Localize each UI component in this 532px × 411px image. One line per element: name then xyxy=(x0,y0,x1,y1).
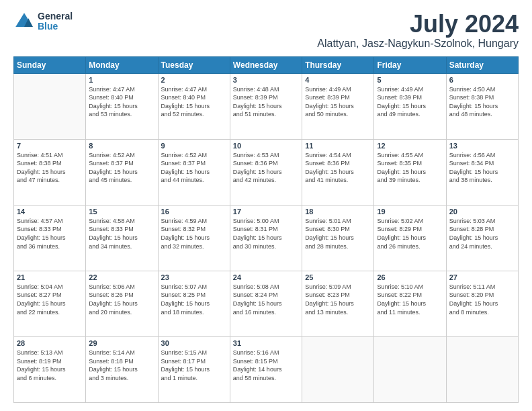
calendar-cell: 13Sunrise: 4:56 AM Sunset: 8:34 PM Dayli… xyxy=(446,139,518,205)
calendar-cell: 17Sunrise: 5:00 AM Sunset: 8:31 PM Dayli… xyxy=(230,205,302,271)
day-info: Sunrise: 5:03 AM Sunset: 8:28 PM Dayligh… xyxy=(449,217,515,250)
calendar-cell: 11Sunrise: 4:54 AM Sunset: 8:36 PM Dayli… xyxy=(302,139,374,205)
calendar-cell: 3Sunrise: 4:48 AM Sunset: 8:39 PM Daylig… xyxy=(230,73,302,139)
day-number: 25 xyxy=(305,273,371,281)
day-number: 8 xyxy=(89,142,154,150)
day-number: 11 xyxy=(305,142,371,150)
day-info: Sunrise: 4:48 AM Sunset: 8:39 PM Dayligh… xyxy=(233,85,299,119)
day-info: Sunrise: 4:47 AM Sunset: 8:40 PM Dayligh… xyxy=(89,85,154,119)
day-info: Sunrise: 5:00 AM Sunset: 8:31 PM Dayligh… xyxy=(233,217,299,250)
calendar-day-header: Friday xyxy=(374,56,446,73)
day-number: 14 xyxy=(17,208,83,216)
day-number: 3 xyxy=(233,76,299,84)
day-number: 4 xyxy=(305,76,371,84)
calendar-cell: 2Sunrise: 4:47 AM Sunset: 8:40 PM Daylig… xyxy=(158,73,230,139)
calendar-cell: 21Sunrise: 5:04 AM Sunset: 8:27 PM Dayli… xyxy=(14,271,86,336)
calendar-cell: 23Sunrise: 5:07 AM Sunset: 8:25 PM Dayli… xyxy=(158,271,230,336)
calendar-week-row: 14Sunrise: 4:57 AM Sunset: 8:33 PM Dayli… xyxy=(14,205,519,271)
day-info: Sunrise: 4:59 AM Sunset: 8:32 PM Dayligh… xyxy=(161,217,227,250)
calendar-week-row: 21Sunrise: 5:04 AM Sunset: 8:27 PM Dayli… xyxy=(14,271,519,336)
calendar-cell: 9Sunrise: 4:52 AM Sunset: 8:37 PM Daylig… xyxy=(158,139,230,205)
day-info: Sunrise: 5:15 AM Sunset: 8:17 PM Dayligh… xyxy=(161,349,227,382)
logo-line2: Blue xyxy=(38,21,73,32)
calendar-cell: 24Sunrise: 5:08 AM Sunset: 8:24 PM Dayli… xyxy=(230,271,302,336)
day-info: Sunrise: 5:10 AM Sunset: 8:22 PM Dayligh… xyxy=(377,283,443,316)
calendar-day-header: Tuesday xyxy=(158,56,230,73)
calendar-cell: 19Sunrise: 5:02 AM Sunset: 8:29 PM Dayli… xyxy=(374,205,446,271)
day-info: Sunrise: 5:07 AM Sunset: 8:25 PM Dayligh… xyxy=(161,283,227,316)
day-info: Sunrise: 4:54 AM Sunset: 8:36 PM Dayligh… xyxy=(305,151,371,185)
day-info: Sunrise: 4:49 AM Sunset: 8:39 PM Dayligh… xyxy=(305,85,371,119)
calendar-cell: 12Sunrise: 4:55 AM Sunset: 8:35 PM Dayli… xyxy=(374,139,446,205)
day-info: Sunrise: 5:08 AM Sunset: 8:24 PM Dayligh… xyxy=(233,283,299,316)
day-number: 18 xyxy=(305,208,371,216)
subtitle: Alattyan, Jasz-Nagykun-Szolnok, Hungary xyxy=(317,38,519,50)
calendar-cell: 15Sunrise: 4:58 AM Sunset: 8:33 PM Dayli… xyxy=(86,205,158,271)
day-number: 17 xyxy=(233,208,299,216)
calendar-cell: 10Sunrise: 4:53 AM Sunset: 8:36 PM Dayli… xyxy=(230,139,302,205)
day-number: 6 xyxy=(449,76,515,84)
main-title: July 2024 xyxy=(317,11,519,38)
calendar-cell: 30Sunrise: 5:15 AM Sunset: 8:17 PM Dayli… xyxy=(158,336,230,402)
day-number: 24 xyxy=(233,273,299,281)
calendar-cell: 31Sunrise: 5:16 AM Sunset: 8:15 PM Dayli… xyxy=(230,336,302,402)
header: General Blue July 2024 Alattyan, Jasz-Na… xyxy=(13,11,519,50)
day-number: 10 xyxy=(233,142,299,150)
day-info: Sunrise: 4:55 AM Sunset: 8:35 PM Dayligh… xyxy=(377,151,443,185)
day-number: 22 xyxy=(89,273,154,281)
day-info: Sunrise: 4:52 AM Sunset: 8:37 PM Dayligh… xyxy=(89,151,154,185)
calendar-cell: 22Sunrise: 5:06 AM Sunset: 8:26 PM Dayli… xyxy=(86,271,158,336)
day-info: Sunrise: 5:02 AM Sunset: 8:29 PM Dayligh… xyxy=(377,217,443,250)
calendar-cell xyxy=(374,336,446,402)
calendar-cell: 20Sunrise: 5:03 AM Sunset: 8:28 PM Dayli… xyxy=(446,205,518,271)
day-number: 2 xyxy=(161,76,227,84)
calendar-cell: 6Sunrise: 4:50 AM Sunset: 8:38 PM Daylig… xyxy=(446,73,518,139)
day-info: Sunrise: 4:47 AM Sunset: 8:40 PM Dayligh… xyxy=(161,85,227,119)
logo-text: General Blue xyxy=(38,11,73,32)
day-number: 23 xyxy=(161,273,227,281)
day-number: 20 xyxy=(449,208,515,216)
day-info: Sunrise: 5:04 AM Sunset: 8:27 PM Dayligh… xyxy=(17,283,83,316)
day-number: 30 xyxy=(161,339,227,347)
calendar-cell: 18Sunrise: 5:01 AM Sunset: 8:30 PM Dayli… xyxy=(302,205,374,271)
calendar-day-header: Saturday xyxy=(446,56,518,73)
calendar-cell: 25Sunrise: 5:09 AM Sunset: 8:23 PM Dayli… xyxy=(302,271,374,336)
day-number: 13 xyxy=(449,142,515,150)
day-info: Sunrise: 4:51 AM Sunset: 8:38 PM Dayligh… xyxy=(17,151,83,185)
day-number: 15 xyxy=(89,208,154,216)
calendar-week-row: 1Sunrise: 4:47 AM Sunset: 8:40 PM Daylig… xyxy=(14,73,519,139)
day-number: 9 xyxy=(161,142,227,150)
day-info: Sunrise: 4:50 AM Sunset: 8:38 PM Dayligh… xyxy=(449,85,515,119)
day-number: 21 xyxy=(17,273,83,281)
calendar-day-header: Monday xyxy=(86,56,158,73)
calendar-day-header: Wednesday xyxy=(230,56,302,73)
calendar-cell: 29Sunrise: 5:14 AM Sunset: 8:18 PM Dayli… xyxy=(86,336,158,402)
title-area: July 2024 Alattyan, Jasz-Nagykun-Szolnok… xyxy=(317,11,519,50)
calendar-cell: 14Sunrise: 4:57 AM Sunset: 8:33 PM Dayli… xyxy=(14,205,86,271)
calendar-week-row: 28Sunrise: 5:13 AM Sunset: 8:19 PM Dayli… xyxy=(14,336,519,402)
day-number: 16 xyxy=(161,208,227,216)
day-number: 7 xyxy=(17,142,83,150)
day-info: Sunrise: 5:11 AM Sunset: 8:20 PM Dayligh… xyxy=(449,283,515,316)
day-number: 1 xyxy=(89,76,154,84)
day-number: 31 xyxy=(233,339,299,347)
calendar-cell: 5Sunrise: 4:49 AM Sunset: 8:39 PM Daylig… xyxy=(374,73,446,139)
day-number: 5 xyxy=(377,76,443,84)
logo-icon xyxy=(13,11,35,32)
calendar-cell: 4Sunrise: 4:49 AM Sunset: 8:39 PM Daylig… xyxy=(302,73,374,139)
day-info: Sunrise: 4:49 AM Sunset: 8:39 PM Dayligh… xyxy=(377,85,443,119)
calendar-day-header: Thursday xyxy=(302,56,374,73)
day-number: 26 xyxy=(377,273,443,281)
day-info: Sunrise: 4:58 AM Sunset: 8:33 PM Dayligh… xyxy=(89,217,154,250)
day-info: Sunrise: 5:01 AM Sunset: 8:30 PM Dayligh… xyxy=(305,217,371,250)
calendar-cell xyxy=(14,73,86,139)
calendar-cell xyxy=(302,336,374,402)
calendar-table: SundayMondayTuesdayWednesdayThursdayFrid… xyxy=(13,56,519,403)
page: General Blue July 2024 Alattyan, Jasz-Na… xyxy=(0,0,532,411)
day-number: 28 xyxy=(17,339,83,347)
day-info: Sunrise: 4:52 AM Sunset: 8:37 PM Dayligh… xyxy=(161,151,227,185)
calendar-cell: 8Sunrise: 4:52 AM Sunset: 8:37 PM Daylig… xyxy=(86,139,158,205)
day-number: 27 xyxy=(449,273,515,281)
calendar-cell: 7Sunrise: 4:51 AM Sunset: 8:38 PM Daylig… xyxy=(14,139,86,205)
day-number: 12 xyxy=(377,142,443,150)
